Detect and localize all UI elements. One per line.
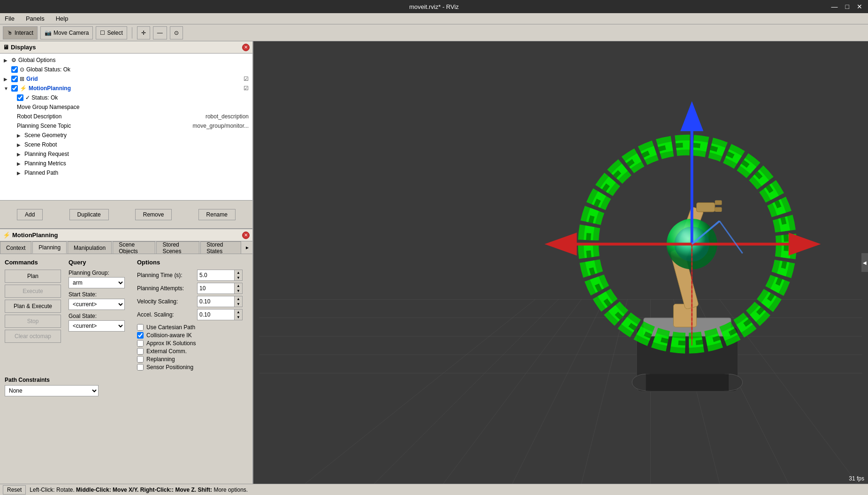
settings-icon: ⚙ xyxy=(11,57,16,63)
move-icon-btn[interactable]: ✛ xyxy=(137,26,150,39)
tab-scene-objects[interactable]: Scene Objects xyxy=(113,241,155,254)
window-title: moveit.rviz* - RViz xyxy=(409,3,459,10)
menubar: File Panels Help xyxy=(0,13,868,24)
tree-label: Move Group Namespace xyxy=(17,104,79,110)
external-comm-label: External Comm. xyxy=(146,348,187,355)
goal-state-row: Goal State: <current> xyxy=(69,313,129,332)
tree-item-scene-geometry[interactable]: ▶ Scene Geometry xyxy=(2,131,251,140)
tree-item-scene-robot[interactable]: ▶ Scene Robot xyxy=(2,140,251,149)
accel-scaling-down[interactable]: ▼ xyxy=(235,315,242,320)
motion-icon: ⚡ xyxy=(20,85,27,92)
start-state-label: Start State: xyxy=(69,291,129,298)
global-status-checkbox[interactable] xyxy=(11,66,18,73)
displays-close-button[interactable]: ✕ xyxy=(242,44,250,51)
tree-item-planned-path[interactable]: ▶ Planned Path xyxy=(2,168,251,178)
planning-attempts-up[interactable]: ▲ xyxy=(235,283,242,288)
plan-button[interactable]: Plan xyxy=(5,270,61,283)
tab-manipulation[interactable]: Manipulation xyxy=(68,241,112,254)
tree-value: robot_description xyxy=(206,113,249,120)
titlebar: moveit.rviz* - RViz — □ ✕ xyxy=(0,0,868,13)
tree-item-status[interactable]: ✓ Status: Ok xyxy=(2,93,251,102)
tree-item-planning-request[interactable]: ▶ Planning Request xyxy=(2,149,251,159)
motion-icon: ⚡ xyxy=(3,232,10,239)
planning-group-row: Planning Group: arm xyxy=(69,270,129,288)
replanning-checkbox[interactable] xyxy=(137,356,144,363)
tree-item-motion-planning[interactable]: ▼ ⚡ MotionPlanning ☑ xyxy=(2,84,251,93)
move-camera-button[interactable]: 📷 Move Camera xyxy=(40,26,93,39)
displays-titlebar: 🖥 Displays ✕ xyxy=(0,41,252,54)
minimize-button[interactable]: — xyxy=(830,3,840,10)
collision-ik-checkbox[interactable] xyxy=(137,332,144,339)
tab-stored-states[interactable]: Stored States xyxy=(200,241,241,254)
tab-stored-scenes[interactable]: Stored Scenes xyxy=(156,241,199,254)
collapse-handle[interactable]: ◀ xyxy=(861,253,868,272)
menu-help[interactable]: Help xyxy=(53,14,71,23)
cartesian-path-row: Use Cartesian Path xyxy=(137,324,248,331)
interact-button[interactable]: 🖱 Interact xyxy=(3,26,38,39)
planning-attempts-down[interactable]: ▼ xyxy=(235,288,242,294)
plan-execute-button[interactable]: Plan & Execute xyxy=(5,300,61,313)
arrow-icon: ▶ xyxy=(17,152,23,157)
velocity-scaling-up[interactable]: ▲ xyxy=(235,296,242,302)
accel-scaling-input[interactable] xyxy=(197,309,235,320)
tab-more-button[interactable]: ▸ xyxy=(242,241,252,254)
path-constraints-select[interactable]: None xyxy=(5,385,99,396)
stop-button[interactable]: Stop xyxy=(5,315,61,328)
accel-scaling-up[interactable]: ▲ xyxy=(235,309,242,315)
planning-time-row: Planning Time (s): ▲ ▼ xyxy=(137,270,248,281)
tree-item-global-status[interactable]: ⊙ Global Status: Ok xyxy=(2,65,251,74)
collision-ik-label: Collision-aware IK xyxy=(146,332,192,339)
motion-planning-checkbox[interactable] xyxy=(11,85,18,92)
svg-rect-23 xyxy=(696,202,715,212)
grid-checkbox[interactable] xyxy=(11,76,18,82)
clear-octomap-button[interactable]: Clear octomap xyxy=(5,330,61,343)
collision-ik-row: Collision-aware IK xyxy=(137,332,248,339)
cursor-icon: 🖱 xyxy=(7,30,13,36)
arrow-icon: ▼ xyxy=(4,86,9,91)
sensor-positioning-label: Sensor Positioning xyxy=(146,364,193,371)
reset-button[interactable]: Reset xyxy=(3,485,26,495)
sensor-positioning-row: Sensor Positioning xyxy=(137,364,248,371)
tree-item-global-options[interactable]: ▶ ⚙ Global Options xyxy=(2,55,251,65)
cartesian-path-checkbox[interactable] xyxy=(137,324,144,331)
displays-panel: 🖥 Displays ✕ ▶ ⚙ Global Options ⊙ Global xyxy=(0,41,252,229)
status-checkbox[interactable] xyxy=(17,94,23,101)
close-button[interactable]: ✕ xyxy=(855,3,864,10)
maximize-button[interactable]: □ xyxy=(844,3,851,10)
planning-time-input[interactable] xyxy=(197,270,235,281)
circle-icon-btn[interactable]: ⊙ xyxy=(170,26,183,39)
tree-item-move-group-ns[interactable]: Move Group Namespace xyxy=(2,102,251,112)
remove-button[interactable]: Remove xyxy=(135,209,172,220)
tree-item-robot-desc[interactable]: Robot Description robot_description xyxy=(2,112,251,121)
planning-attempts-input[interactable] xyxy=(197,283,235,294)
velocity-scaling-input[interactable] xyxy=(197,296,235,307)
menu-file[interactable]: File xyxy=(2,14,17,23)
duplicate-button[interactable]: Duplicate xyxy=(69,209,109,220)
viewport[interactable]: ◀ 31 fps xyxy=(253,41,868,484)
arrow-icon: ▶ xyxy=(4,77,9,82)
approx-ik-checkbox[interactable] xyxy=(137,340,144,347)
motion-planning-close-button[interactable]: ✕ xyxy=(242,232,250,239)
goal-state-select[interactable]: <current> xyxy=(69,320,125,332)
planning-time-up[interactable]: ▲ xyxy=(235,270,242,275)
planning-time-down[interactable]: ▼ xyxy=(235,275,242,280)
line-icon-btn[interactable]: — xyxy=(153,26,167,39)
add-button[interactable]: Add xyxy=(17,209,43,220)
external-comm-checkbox[interactable] xyxy=(137,348,144,355)
tree-item-grid[interactable]: ▶ ⊞ Grid ☑ xyxy=(2,74,251,84)
rename-button[interactable]: Rename xyxy=(198,209,236,220)
fps-display: 31 fps xyxy=(849,475,864,482)
select-button[interactable]: ☐ Select xyxy=(96,26,127,39)
tree-item-planning-scene-topic[interactable]: Planning Scene Topic move_group/monitor.… xyxy=(2,121,251,131)
planning-group-select[interactable]: arm xyxy=(69,277,125,288)
execute-button[interactable]: Execute xyxy=(5,285,61,298)
menu-panels[interactable]: Panels xyxy=(23,14,47,23)
tree-item-planning-metrics[interactable]: ▶ Planning Metrics xyxy=(2,159,251,168)
tab-planning[interactable]: Planning xyxy=(32,241,67,254)
tab-context[interactable]: Context xyxy=(0,241,31,254)
start-state-select[interactable]: <current> xyxy=(69,299,125,310)
sensor-positioning-checkbox[interactable] xyxy=(137,364,144,371)
tree-label: Global Options xyxy=(18,57,55,63)
velocity-scaling-down[interactable]: ▼ xyxy=(235,302,242,307)
approx-ik-label: Approx IK Solutions xyxy=(146,340,196,347)
